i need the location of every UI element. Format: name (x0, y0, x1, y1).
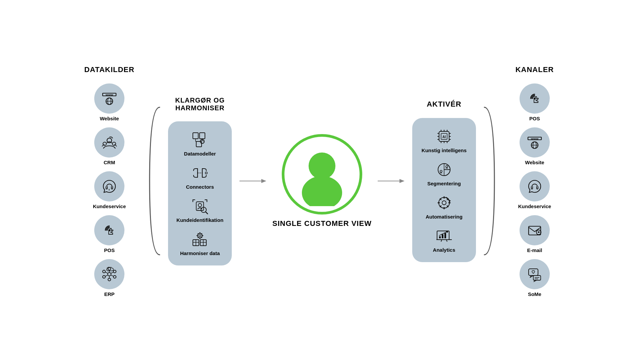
list-item: CRM (94, 127, 124, 165)
person-circle (282, 134, 362, 215)
svg-line-49 (202, 234, 202, 234)
svg-line-34 (206, 212, 208, 214)
svg-rect-103 (529, 269, 538, 276)
harmoniser-label: Harmoniser data (180, 250, 220, 256)
svg-marker-52 (261, 179, 266, 183)
svg-point-13 (113, 270, 116, 273)
list-item: Connectors (186, 164, 214, 190)
website-channel-label: Website (525, 160, 544, 165)
kundeservice-channel-icon (520, 171, 550, 201)
svg-point-11 (108, 278, 111, 281)
list-item: Kundeservice (93, 171, 126, 209)
list-item: WWW Website (94, 83, 124, 121)
svg-marker-56 (399, 179, 405, 183)
list-item: E-mail (520, 215, 550, 253)
svg-point-15 (113, 276, 116, 278)
list-item: Kundeservice (518, 171, 551, 209)
crm-label: CRM (104, 160, 115, 165)
kundeidentifikation-label: Kundeidentifikation (176, 217, 223, 223)
svg-line-18 (105, 272, 108, 273)
svg-line-50 (198, 237, 198, 238)
svg-rect-104 (533, 276, 541, 280)
erp-label: ERP (104, 291, 115, 297)
svg-point-102 (538, 232, 539, 233)
aktiver-column: AKTIVÉR AI (411, 100, 478, 262)
aktiver-box: AI Kunstig intelligens (412, 118, 476, 262)
list-item: SoMe (520, 259, 550, 297)
channels-list: POS WWW Website (518, 83, 551, 297)
klargoor-box: Datamodeller Connectors (168, 121, 232, 265)
right-bracket (481, 101, 498, 261)
list-item: Automatisering (426, 194, 463, 220)
svg-line-47 (198, 234, 198, 234)
svg-point-14 (103, 276, 105, 278)
svg-line-21 (105, 275, 108, 276)
diagram: DATAKILDER WWW Website (20, 65, 624, 297)
arrow-right (378, 176, 405, 186)
ai-label: Kunstig intelligens (422, 147, 467, 153)
svg-point-76 (442, 201, 446, 205)
datamodeller-label: Datamodeller (184, 151, 216, 157)
automatisering-label: Automatisering (426, 214, 463, 220)
klargoor-header: KLARGØR OG HARMONISER (166, 97, 233, 112)
list-item: AI Kunstig intelligens (422, 127, 467, 153)
svg-rect-92 (444, 233, 446, 238)
kanaler-header: KANALER (516, 65, 554, 74)
svg-point-30 (205, 172, 207, 174)
list-item: Analytics (433, 227, 455, 253)
svg-line-20 (111, 272, 113, 273)
svg-point-74 (440, 170, 442, 172)
klargoor-column: KLARGØR OG HARMONISER Datamodeller (166, 97, 233, 265)
kundeservice-channel-label: Kundeservice (518, 203, 551, 209)
svg-line-19 (111, 275, 113, 276)
center-column: SINGLE CUSTOMER VIEW (272, 134, 372, 228)
svg-point-42 (199, 235, 201, 237)
svg-point-53 (309, 153, 335, 179)
svg-point-10 (108, 267, 111, 270)
list-item: POS (520, 83, 550, 121)
svg-point-93 (446, 231, 448, 233)
some-icon (520, 259, 550, 289)
list-item: Datamodeller (184, 131, 216, 157)
website-icon: WWW (94, 83, 124, 114)
arrow-left (239, 176, 266, 186)
svg-line-48 (202, 237, 202, 238)
pos-icon (94, 215, 124, 245)
svg-rect-23 (200, 133, 205, 139)
svg-point-54 (302, 176, 342, 206)
list-item: Kundeidentifikation (176, 197, 223, 223)
connectors-label: Connectors (186, 184, 214, 190)
svg-rect-31 (196, 202, 204, 210)
list-item: POS (94, 215, 124, 253)
email-label: E-mail (527, 247, 542, 253)
kanaler-column: KANALER POS (501, 65, 568, 297)
datasources-list: WWW Website (93, 83, 126, 297)
list-item: Harmoniser data (180, 230, 220, 256)
svg-point-12 (103, 270, 105, 273)
scv-label: SINGLE CUSTOMER VIEW (272, 219, 372, 228)
segmentering-label: Segmentering (427, 181, 461, 186)
pos-channel-label: POS (529, 116, 540, 121)
erp-icon (94, 259, 124, 289)
crm-icon (94, 127, 124, 158)
left-bracket (146, 101, 163, 261)
email-icon (520, 215, 550, 245)
datakilder-column: DATAKILDER WWW Website (76, 65, 143, 297)
analytics-label: Analytics (433, 247, 455, 253)
svg-point-32 (198, 203, 202, 207)
list-item: ERP (94, 259, 124, 297)
svg-line-84 (440, 206, 441, 207)
svg-point-9 (108, 273, 111, 276)
pos-channel-icon (520, 83, 550, 114)
list-item: Segmentering (427, 161, 461, 186)
svg-text:AI: AI (442, 135, 446, 139)
svg-line-81 (440, 199, 441, 200)
svg-rect-22 (193, 133, 198, 139)
svg-line-82 (447, 206, 448, 207)
some-label: SoMe (528, 291, 541, 297)
kundeservice-label: Kundeservice (93, 203, 126, 209)
svg-rect-91 (442, 234, 443, 238)
list-item: WWW Website (520, 127, 550, 165)
aktiver-header: AKTIVÉR (427, 100, 462, 109)
svg-text:WWW: WWW (531, 137, 539, 140)
